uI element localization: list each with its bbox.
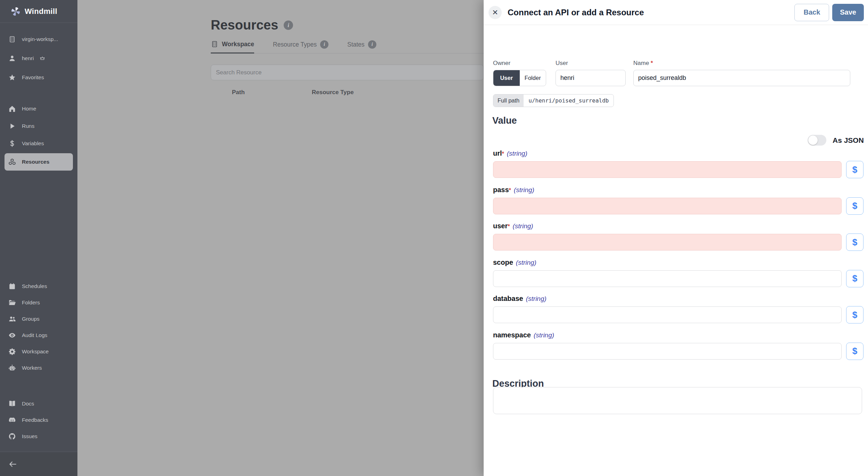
field-database: database (string) $ [493,295,863,331]
sidebar-item-home[interactable]: Home [0,100,77,117]
column-resource-type: Resource Type [312,89,354,96]
collapse-sidebar-icon[interactable] [8,460,17,469]
insert-variable-button[interactable]: $ [846,233,863,251]
sidebar-item-label: Issues [22,433,37,440]
sidebar-item-feedbacks[interactable]: Feedbacks [0,412,77,428]
required-asterisk: * [502,151,504,157]
owner-user-input[interactable] [556,70,626,86]
column-path: Path [232,89,312,96]
calendar-icon [8,282,17,291]
field-namespace-input[interactable] [493,343,842,360]
as-json-label: As JSON [833,136,864,145]
page-title: Resources [211,18,278,33]
tab-workspace[interactable]: Workspace [211,40,254,54]
star-icon [8,73,17,82]
tab-resource-types[interactable]: Resource Types i [273,40,328,53]
windmill-app: Windmill virgin-worksp... henri Favorite… [0,0,868,476]
sidebar-item-label: virgin-worksp... [22,36,58,42]
back-button[interactable]: Back [794,4,829,21]
field-scope: scope (string) $ [493,258,863,295]
insert-variable-button[interactable]: $ [846,161,863,178]
insert-variable-button[interactable]: $ [846,306,863,323]
insert-variable-button[interactable]: $ [846,197,863,215]
sidebar-item-docs[interactable]: Docs [0,395,77,412]
sidebar-item-resources[interactable]: Resources [5,153,73,171]
full-path-tag: Full path [493,95,524,107]
sidebar-item-label: Workspace [22,348,49,355]
gear-icon [8,347,17,356]
building-icon [8,35,17,44]
sidebar-item-favorites[interactable]: Favorites [0,68,77,87]
sidebar-item-variables[interactable]: Variables [0,135,77,152]
sidebar-context-group: virgin-worksp... henri Favorites [0,30,77,87]
field-type-hint: (string) [526,295,546,303]
info-icon[interactable]: i [368,40,376,49]
required-asterisk: * [508,223,510,230]
search-resource-input[interactable] [211,65,484,80]
sidebar-item-issues[interactable]: Issues [0,428,77,444]
required-asterisk: * [651,60,653,66]
resource-name-input[interactable] [633,70,850,86]
sidebar-item-label: Groups [22,316,40,322]
dollar-icon [8,139,17,148]
sidebar-item-label: Home [22,106,36,112]
sidebar-item-schedules[interactable]: Schedules [0,278,77,294]
sidebar-item-groups[interactable]: Groups [0,311,77,327]
sidebar-item-label: Audit Logs [22,332,47,338]
sidebar-item-virgin-worksp[interactable]: virgin-worksp... [0,30,77,49]
field-user: user * (string) $ [493,222,863,258]
sidebar-item-workers[interactable]: Workers [0,360,77,376]
boxes-icon [8,157,17,166]
required-asterisk: * [509,187,511,194]
sidebar-item-runs[interactable]: Runs [0,117,77,135]
owner-kind-toggle: User Folder [493,70,546,86]
drawer-header: ✕ Connect an API or add a Resource Back … [484,0,868,25]
field-type-hint: (string) [514,186,534,194]
add-resource-drawer: ✕ Connect an API or add a Resource Back … [484,0,868,476]
insert-variable-button[interactable]: $ [846,270,863,287]
field-url-input[interactable] [493,161,842,178]
resource-fields: url * (string) $ pass * (string) $ user … [493,149,863,367]
brand-name: Windmill [25,7,57,16]
sidebar-item-label: Docs [22,401,34,407]
sidebar-item-label: Workers [22,365,42,371]
sidebar-item-folders[interactable]: Folders [0,294,77,311]
sidebar-item-henri[interactable]: henri [0,49,77,68]
description-textarea[interactable] [493,387,862,414]
sidebar-item-audit-logs[interactable]: Audit Logs [0,327,77,343]
eye-icon [8,331,17,340]
field-pass-input[interactable] [493,198,842,214]
insert-variable-button[interactable]: $ [846,343,863,360]
folder-icon [8,298,17,307]
info-icon[interactable]: i [284,20,293,30]
full-path-value: u/henri/poised_surrealdb [524,95,614,107]
as-json-toggle[interactable] [808,135,826,146]
full-path: Full path u/henri/poised_surrealdb [493,94,614,107]
value-heading: Value [492,115,517,126]
building-icon [211,40,218,48]
user-icon [8,54,17,63]
field-database-input[interactable] [493,306,842,323]
sidebar-item-workspace[interactable]: Workspace [0,343,77,360]
tab-states[interactable]: States i [347,40,376,53]
owner-label: Owner [493,60,546,67]
sidebar-item-label: Variables [22,140,44,147]
sidebar-footer [0,452,77,476]
sidebar-item-label: Runs [22,123,34,129]
save-button[interactable]: Save [832,4,864,21]
robot-icon [8,363,17,372]
name-label: Name * [633,60,850,67]
owner-user-option[interactable]: User [493,70,520,86]
sidebar-nav-group: Home Runs Variables Resources [0,100,77,172]
sidebar-item-label: henri [22,55,34,61]
field-scope-input[interactable] [493,270,842,287]
owner-folder-option[interactable]: Folder [520,70,546,86]
field-type-hint: (string) [507,150,527,157]
sidebar-links-group: Docs Feedbacks Issues [0,395,77,444]
windmill-logo[interactable]: Windmill [0,0,77,23]
home-icon [8,104,17,113]
field-user-input[interactable] [493,234,842,251]
info-icon[interactable]: i [320,40,328,49]
sidebar-item-label: Resources [22,159,49,165]
close-icon[interactable]: ✕ [489,6,502,19]
